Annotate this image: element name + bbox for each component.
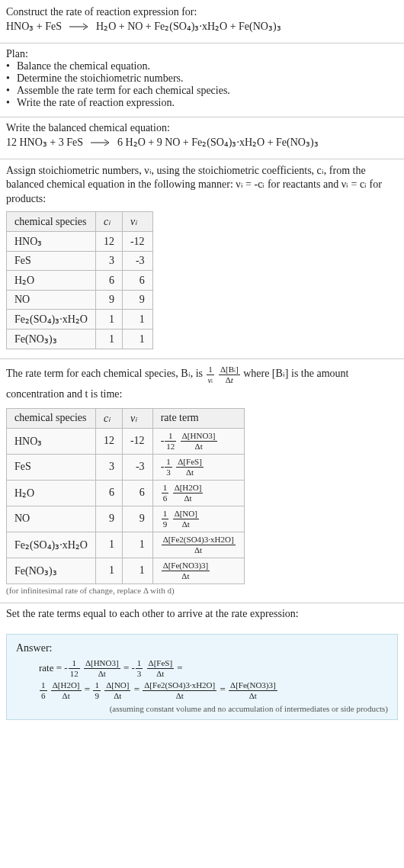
delta-note: (for infinitesimal rate of change, repla… [6, 586, 398, 595]
section-construct: Construct the rate of reaction expressio… [0, 0, 404, 43]
answer-title: Answer: [16, 642, 388, 654]
set-equal-text: Set the rate terms equal to each other t… [6, 608, 398, 620]
table-row: Fe₂(SO₄)₃·xH₂O11 Δ[Fe2(SO4)3·xH2O]Δt [7, 532, 245, 558]
section-plan: Plan: •Balance the chemical equation. •D… [0, 43, 404, 117]
col-ci: cᵢ [95, 212, 122, 232]
rate-term-cell: 19 Δ[NO]Δt [152, 506, 244, 532]
eq-lhs: HNO₃ + FeS [6, 21, 62, 32]
eq-rhs: H₂O + NO + Fe₂(SO₄)₃·xH₂O + Fe(NO₃)₃ [96, 21, 281, 32]
unbalanced-equation: HNO₃ + FeS H₂O + NO + Fe₂(SO₄)₃·xH₂O + F… [6, 20, 398, 34]
table-row: Fe₂(SO₄)₃·xH₂O11 [7, 310, 153, 330]
rate-expression: rate = -112 Δ[HNO3]Δt = -13 Δ[FeS]Δt = 1… [16, 657, 388, 701]
col-vi: νᵢ [122, 212, 152, 232]
rate-term-cell: -112 Δ[HNO3]Δt [152, 428, 244, 454]
answer-note: (assuming constant volume and no accumul… [16, 704, 388, 713]
section-balanced: Write the balanced chemical equation: 12… [0, 117, 404, 159]
balanced-prompt: Write the balanced chemical equation: [6, 122, 398, 134]
eq-lhs: 12 HNO₃ + 3 FeS [6, 137, 83, 148]
construct-prompt: Construct the rate of reaction expressio… [6, 6, 398, 18]
table-row: H₂O66 16 Δ[H2O]Δt [7, 480, 245, 506]
stoich-table: chemical species cᵢ νᵢ HNO₃12-12 FeS3-3 … [6, 211, 153, 349]
table-row: NO99 19 Δ[NO]Δt [7, 506, 245, 532]
rate-term-cell: 16 Δ[H2O]Δt [152, 480, 244, 506]
plan-item: •Assemble the rate term for each chemica… [6, 85, 398, 97]
section-set-equal: Set the rate terms equal to each other t… [0, 603, 404, 628]
rate-term-cell: -13 Δ[FeS]Δt [152, 454, 244, 480]
arrow-icon [69, 21, 89, 34]
rate-term-cell: Δ[Fe(NO3)3]Δt [152, 558, 244, 583]
col-ci: cᵢ [95, 408, 122, 428]
stoich-intro: Assign stoichiometric numbers, νᵢ, using… [6, 164, 398, 207]
section-rate-terms: The rate term for each chemical species,… [0, 359, 404, 603]
rate-term-cell: Δ[Fe2(SO4)3·xH2O]Δt [152, 532, 244, 558]
bullet-icon: • [6, 72, 17, 85]
table-header-row: chemical species cᵢ νᵢ [7, 212, 153, 232]
rate-intro: The rate term for each chemical species,… [6, 364, 398, 403]
table-row: FeS3-3 -13 Δ[FeS]Δt [7, 454, 245, 480]
frac-delta: Δ[Bᵢ]Δt [219, 365, 240, 384]
answer-box: Answer: rate = -112 Δ[HNO3]Δt = -13 Δ[Fe… [6, 634, 398, 720]
eq-rhs: 6 H₂O + 9 NO + Fe₂(SO₄)₃·xH₂O + Fe(NO₃)₃ [117, 137, 319, 148]
table-row: Fe(NO₃)₃11 Δ[Fe(NO3)3]Δt [7, 558, 245, 583]
col-vi: νᵢ [122, 408, 152, 428]
plan-title: Plan: [6, 48, 398, 60]
table-row: FeS3-3 [7, 252, 153, 271]
table-row: HNO₃12-12 [7, 232, 153, 252]
bullet-icon: • [6, 97, 17, 109]
table-header-row: chemical species cᵢ νᵢ rate term [7, 408, 245, 428]
table-row: NO99 [7, 291, 153, 310]
plan-item: •Balance the chemical equation. [6, 60, 398, 72]
col-species: chemical species [7, 212, 96, 232]
arrow-icon [91, 137, 111, 149]
frac-coef: 1νᵢ [207, 365, 215, 384]
balanced-equation: 12 HNO₃ + 3 FeS 6 H₂O + 9 NO + Fe₂(SO₄)₃… [6, 136, 398, 149]
bullet-icon: • [6, 60, 17, 72]
rate-term-table: chemical species cᵢ νᵢ rate term HNO₃12-… [6, 408, 245, 584]
plan-item: •Determine the stoichiometric numbers. [6, 72, 398, 85]
col-species: chemical species [7, 408, 96, 428]
table-row: HNO₃12-12 -112 Δ[HNO3]Δt [7, 428, 245, 454]
table-row: H₂O66 [7, 271, 153, 291]
bullet-icon: • [6, 85, 17, 97]
section-stoich: Assign stoichiometric numbers, νᵢ, using… [0, 159, 404, 360]
table-row: Fe(NO₃)₃11 [7, 330, 153, 349]
plan-item: •Write the rate of reaction expression. [6, 97, 398, 109]
col-rate-term: rate term [152, 408, 244, 428]
